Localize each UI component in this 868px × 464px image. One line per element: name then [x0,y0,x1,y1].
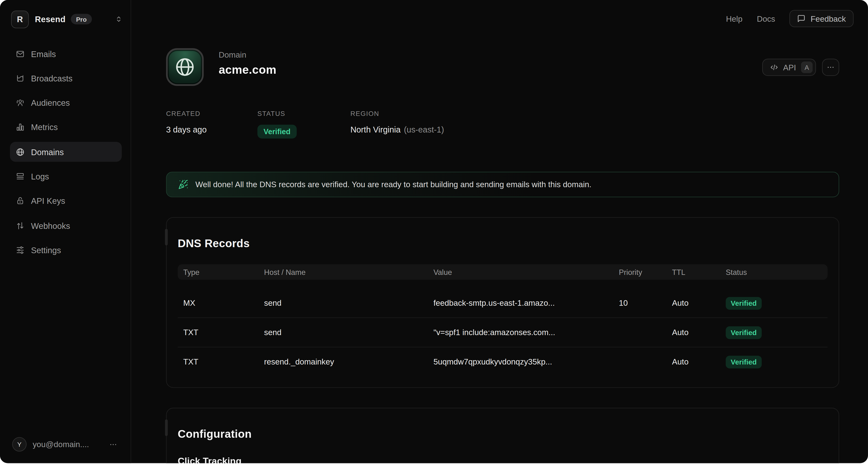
sidebar-item-emails[interactable]: Emails [10,44,122,64]
screenshot-stage: R Resend Pro Emails Broadcasts [0,0,868,464]
sidebar-item-label: API Keys [31,196,65,206]
main-content: Help Docs Feedback Domain acme.com [131,0,868,463]
sidebar-item-domains[interactable]: Domains [10,142,122,162]
api-shortcut-key: A [801,61,813,73]
sidebar-item-metrics[interactable]: Metrics [10,117,122,137]
meta-created: CREATED 3 days ago [166,110,257,139]
status-badge: Verified [257,124,297,138]
code-icon [770,63,778,71]
cell-type: TXT [183,357,264,366]
cell-value: 5uqmdw7qpxudkyvdonqzy35kp... [434,357,619,366]
chevrons-up-down-icon[interactable] [115,15,123,23]
sidebar-item-label: Metrics [31,123,58,132]
cell-priority: 10 [619,299,672,308]
avatar: Y [12,437,27,452]
feedback-button[interactable]: Feedback [789,10,854,27]
docs-link[interactable]: Docs [757,14,775,23]
sidebar-item-label: Emails [31,49,56,59]
more-actions-button[interactable] [822,59,839,76]
table-row: MX send feedback-smtp.us-east-1.amazo...… [178,289,828,318]
created-value: 3 days ago [166,124,257,134]
domain-meta: CREATED 3 days ago STATUS Verified REGIO… [166,110,444,139]
cell-value: feedback-smtp.us-east-1.amazo... [434,299,619,308]
page-title: acme.com [219,63,276,76]
column-type: Type [183,268,264,276]
lock-icon [16,196,25,206]
created-label: CREATED [166,110,257,117]
plan-badge: Pro [71,14,91,24]
sliders-icon [16,245,25,255]
workspace-switcher[interactable]: R Resend Pro [11,10,123,28]
sidebar-item-settings[interactable]: Settings [10,240,122,260]
cell-value: "v=spf1 include:amazonses.com... [434,328,619,337]
feedback-label: Feedback [810,14,846,23]
success-banner: Well done! All the DNS records are verif… [166,172,839,197]
sidebar-item-logs[interactable]: Logs [10,167,122,186]
inbox-icon [16,74,25,83]
status-badge: Verified [726,326,762,339]
sidebar-item-audiences[interactable]: Audiences [10,93,122,113]
region-value: North Virginia [350,124,401,134]
logo-letter: R [17,14,23,24]
configuration-title: Configuration [178,427,252,440]
mail-icon [16,49,25,59]
banner-message: Well done! All the DNS records are verif… [195,180,591,189]
sidebar: R Resend Pro Emails Broadcasts [0,0,131,463]
api-button-label: API [783,63,796,72]
header-actions: API A [762,59,839,76]
column-ttl: TTL [672,268,726,276]
sidebar-item-label: Settings [31,245,61,255]
users-icon [16,98,25,108]
cell-host: resend._domainkey [264,357,434,366]
account-menu[interactable]: Y you@domain.... [12,438,118,451]
sidebar-item-label: Webhooks [31,221,70,230]
region-label: REGION [350,110,444,117]
dns-records-table: Type Host / Name Value Priority TTL Stat… [178,264,828,376]
top-navigation: Help Docs Feedback [726,10,854,27]
table-header-row: Type Host / Name Value Priority TTL Stat… [178,264,828,280]
sidebar-item-api-keys[interactable]: API Keys [10,191,122,211]
table-row: TXT resend._domainkey 5uqmdw7qpxudkyvdon… [178,347,828,376]
workspace-name: Resend [35,14,65,24]
avatar-initial: Y [17,441,22,448]
table-row: TXT send "v=spf1 include:amazonses.com..… [178,318,828,347]
table-body: MX send feedback-smtp.us-east-1.amazo...… [178,289,828,376]
dns-records-card: DNS Records Type Host / Name Value Prior… [166,217,839,388]
domain-title-block: Domain acme.com [219,48,276,86]
ellipsis-icon[interactable] [109,440,117,448]
globe-icon [174,56,196,78]
sidebar-item-label: Audiences [31,98,70,108]
message-square-icon [797,14,805,23]
domain-hero-icon [166,48,204,86]
cell-ttl: Auto [672,299,726,308]
status-badge: Verified [726,296,762,309]
cell-host: send [264,299,434,308]
domain-eyebrow: Domain [219,50,276,59]
cell-host: send [264,328,434,337]
sidebar-nav: Emails Broadcasts Audiences Metrics Doma… [10,44,122,265]
ellipsis-icon [826,63,835,71]
column-priority: Priority [619,268,672,276]
cell-ttl: Auto [672,328,726,337]
sidebar-item-webhooks[interactable]: Webhooks [10,215,122,236]
status-badge: Verified [726,355,762,368]
arrows-up-down-icon [16,221,25,230]
column-value: Value [434,268,619,276]
sidebar-item-broadcasts[interactable]: Broadcasts [10,68,122,88]
sidebar-item-label: Domains [31,147,64,156]
click-tracking-label: Click Tracking [178,456,242,463]
configuration-card: Configuration Click Tracking [166,408,839,463]
app-window: R Resend Pro Emails Broadcasts [0,0,868,463]
dns-records-title: DNS Records [178,237,250,250]
api-button[interactable]: API A [762,59,816,76]
bar-chart-icon [16,123,25,132]
domain-header: Domain acme.com [166,48,276,86]
column-host: Host / Name [264,268,434,276]
resend-logo: R [11,10,29,28]
region-code: (us-east-1) [404,124,444,134]
help-link[interactable]: Help [726,14,743,23]
sidebar-item-label: Broadcasts [31,74,73,83]
cell-type: MX [183,299,264,308]
cell-type: TXT [183,328,264,337]
column-status: Status [726,268,828,276]
